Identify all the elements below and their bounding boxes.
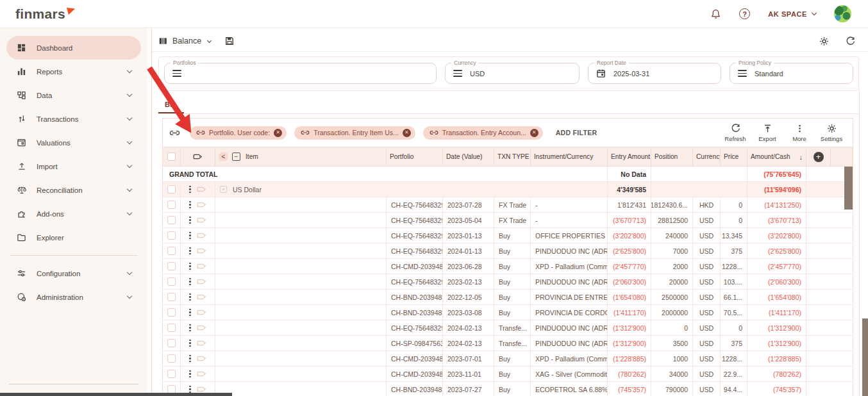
report-settings-gear-icon[interactable] bbox=[819, 37, 829, 46]
tag-icon[interactable] bbox=[197, 217, 206, 224]
more-button[interactable]: More bbox=[786, 124, 813, 142]
sidebar-item-reconciliation[interactable]: Reconciliation bbox=[6, 178, 141, 202]
tag-icon[interactable] bbox=[197, 370, 206, 377]
tag-icon[interactable] bbox=[197, 340, 206, 347]
filter-chip-entry-item[interactable]: Transaction. Entry Item Us... ✕ bbox=[294, 126, 415, 140]
sidebar-item-addons[interactable]: Add-ons bbox=[6, 202, 141, 226]
row-checkbox[interactable] bbox=[167, 216, 176, 224]
row-menu-icon[interactable] bbox=[189, 309, 191, 317]
tag-icon[interactable] bbox=[197, 247, 206, 254]
tag-icon[interactable] bbox=[197, 309, 206, 316]
sidebar-item-administration[interactable]: Administration bbox=[6, 285, 141, 309]
table-row[interactable]: CH-EQ-75648329 2023-07-28 FX Trade - 1'8… bbox=[163, 197, 853, 213]
table-row[interactable]: CH-CMD-20394857 2023-07-01 Buy XPD - Pal… bbox=[163, 351, 853, 367]
column-header-entry-amount[interactable]: Entry Amount bbox=[608, 147, 651, 166]
tag-icon[interactable] bbox=[197, 232, 206, 239]
row-menu-icon[interactable] bbox=[189, 217, 191, 224]
filter-chip-portfolio-user-code[interactable]: Portfolio. User code: ✕ bbox=[190, 126, 287, 140]
row-checkbox[interactable] bbox=[167, 354, 176, 363]
filter-chip-entry-account[interactable]: Transaction. Entry Accoun... ✕ bbox=[423, 126, 543, 140]
column-header-date-value[interactable]: Date (Value) bbox=[443, 147, 494, 166]
table-row[interactable]: CH-SP-09847563 2024-02-13 Transfe... PIN… bbox=[163, 336, 853, 351]
sidebar-item-dashboard[interactable]: Dashboard bbox=[6, 36, 141, 60]
row-checkbox[interactable] bbox=[167, 370, 176, 378]
help-icon[interactable]: ? bbox=[739, 8, 750, 19]
column-header-instrument-currency[interactable]: Instrument/Currency bbox=[531, 147, 608, 166]
link-icon[interactable] bbox=[169, 130, 180, 136]
column-header-item[interactable]: Item bbox=[246, 153, 258, 160]
tab-bs[interactable]: BS bbox=[158, 97, 184, 113]
row-menu-icon[interactable] bbox=[189, 324, 191, 332]
refresh-button[interactable]: Refresh bbox=[722, 124, 749, 142]
settings-button[interactable]: Settings bbox=[818, 124, 845, 142]
row-menu-icon[interactable] bbox=[189, 293, 191, 301]
row-menu-icon[interactable] bbox=[189, 263, 191, 270]
portfolios-field[interactable]: Portfolios bbox=[164, 63, 437, 84]
column-header-currency[interactable]: Currency bbox=[693, 147, 721, 166]
currency-field[interactable]: Currency USD bbox=[445, 63, 580, 84]
row-menu-icon[interactable] bbox=[189, 186, 191, 194]
tag-icon[interactable] bbox=[197, 386, 206, 393]
report-date-field[interactable]: Report Date 2025-03-31 bbox=[588, 63, 721, 84]
row-checkbox[interactable] bbox=[167, 262, 176, 270]
row-checkbox[interactable] bbox=[167, 324, 176, 332]
sidebar-item-configuration[interactable]: Configuration bbox=[6, 261, 141, 285]
row-checkbox[interactable] bbox=[167, 277, 176, 286]
export-button[interactable]: Export bbox=[754, 124, 781, 142]
row-checkbox[interactable] bbox=[167, 247, 176, 255]
sort-descending-icon[interactable]: ↓ bbox=[799, 153, 803, 161]
collapse-level-icon[interactable]: < bbox=[219, 152, 228, 161]
tag-icon[interactable] bbox=[197, 278, 206, 285]
add-filter-button[interactable]: ADD FILTER bbox=[556, 129, 597, 136]
remove-chip-icon[interactable]: ✕ bbox=[403, 129, 411, 137]
sidebar-item-explorer[interactable]: Explorer bbox=[6, 226, 141, 249]
table-row[interactable]: CH-EQ-75648329 2024-01-13 Buy PINDUODUO … bbox=[163, 243, 853, 259]
select-all-checkbox[interactable] bbox=[167, 153, 176, 161]
table-row[interactable]: CH-EQ-75648329 2024-02-13 Transfe... PIN… bbox=[163, 320, 853, 336]
row-menu-icon[interactable] bbox=[189, 355, 191, 363]
table-vertical-scrollbar[interactable] bbox=[844, 167, 853, 210]
table-row[interactable]: CH-EQ-75648329 2023-02-13 Buy PINDUODUO … bbox=[163, 274, 853, 290]
column-header-amount-cash[interactable]: Amount/Cash ↓ bbox=[747, 147, 806, 166]
sidebar-item-valuations[interactable]: Valuations bbox=[6, 131, 141, 154]
group-row-us-dollar[interactable]: US Dollar 4'349'585 (11'594'096) bbox=[163, 182, 853, 197]
row-checkbox[interactable] bbox=[167, 231, 176, 240]
row-checkbox[interactable] bbox=[167, 185, 176, 194]
row-menu-icon[interactable] bbox=[189, 370, 191, 378]
remove-chip-icon[interactable]: ✕ bbox=[274, 129, 282, 137]
table-row[interactable]: CH-CMD-20394857 2023-11-01 Buy XAG - Sil… bbox=[163, 367, 853, 382]
table-row[interactable]: CH-BND-20394857 2023-07-27 Buy ECOPETROL… bbox=[163, 382, 853, 396]
table-row[interactable]: CH-EQ-75648329 2023-01-13 Buy OFFICE PRO… bbox=[163, 228, 853, 243]
row-checkbox[interactable] bbox=[167, 308, 176, 317]
column-header-txn-type[interactable]: TXN TYPE bbox=[494, 147, 531, 166]
row-menu-icon[interactable] bbox=[189, 232, 191, 240]
page-horizontal-scrollbar[interactable] bbox=[0, 393, 232, 396]
tag-icon[interactable] bbox=[197, 201, 206, 208]
workspace-switcher[interactable]: AK SPACE bbox=[768, 10, 816, 18]
row-menu-icon[interactable] bbox=[189, 340, 191, 347]
row-menu-icon[interactable] bbox=[189, 201, 191, 209]
row-menu-icon[interactable] bbox=[189, 386, 191, 393]
report-reload-icon[interactable] bbox=[846, 37, 855, 46]
tag-icon[interactable] bbox=[197, 324, 206, 331]
column-header-portfolio[interactable]: Portfolio bbox=[387, 147, 443, 166]
table-row[interactable]: CH-EQ-75648329 2023-05-04 FX Trade - (3'… bbox=[163, 213, 853, 228]
group-collapse-icon[interactable] bbox=[220, 186, 227, 193]
column-header-position[interactable]: Position bbox=[651, 147, 693, 166]
row-checkbox[interactable] bbox=[167, 339, 176, 347]
tag-icon[interactable] bbox=[197, 186, 206, 193]
pricing-policy-field[interactable]: Pricing Policy Standard bbox=[730, 63, 853, 84]
sidebar-item-reports[interactable]: Reports bbox=[6, 60, 141, 83]
table-row[interactable]: CH-CMD-20394857 2023-06-28 Buy XPD - Pal… bbox=[163, 259, 853, 274]
row-menu-icon[interactable] bbox=[189, 278, 191, 286]
report-type-selector[interactable]: Balance bbox=[158, 37, 211, 45]
sidebar-item-data[interactable]: Data bbox=[6, 83, 141, 107]
tag-icon[interactable] bbox=[197, 355, 206, 362]
notifications-bell-icon[interactable] bbox=[710, 8, 721, 20]
tag-icon[interactable] bbox=[193, 153, 203, 160]
user-avatar[interactable] bbox=[834, 5, 851, 22]
row-menu-icon[interactable] bbox=[189, 247, 191, 255]
sidebar-item-transactions[interactable]: Transactions bbox=[6, 107, 141, 131]
save-layout-icon[interactable] bbox=[225, 37, 234, 45]
page-vertical-scrollbar[interactable] bbox=[862, 318, 868, 396]
